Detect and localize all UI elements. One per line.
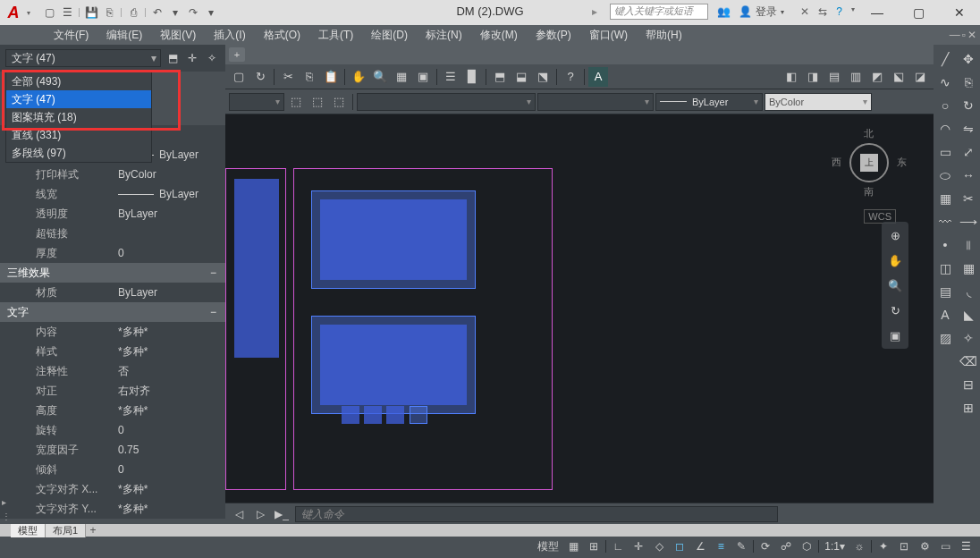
tool-icon[interactable]: ◨ bbox=[803, 67, 823, 87]
annovis-icon[interactable]: ☼ bbox=[850, 538, 868, 554]
offset-icon[interactable]: ⫴ bbox=[959, 236, 977, 254]
menu-parametric[interactable]: 参数(P) bbox=[527, 28, 580, 43]
menu-window[interactable]: 窗口(W) bbox=[580, 28, 637, 43]
cleanscreen-icon[interactable]: ▭ bbox=[936, 538, 954, 554]
copy-icon[interactable]: ⎘ bbox=[959, 73, 977, 91]
array-icon[interactable]: ▦ bbox=[959, 259, 977, 277]
menu-format[interactable]: 格式(O) bbox=[255, 28, 309, 43]
join-icon[interactable]: ⊞ bbox=[959, 399, 977, 417]
menu-help[interactable]: 帮助(H) bbox=[637, 28, 691, 43]
extend-icon[interactable]: ⟶ bbox=[959, 213, 977, 231]
new-icon[interactable]: ▢ bbox=[41, 4, 57, 21]
cmd-history-icon[interactable]: ▷ bbox=[252, 506, 268, 522]
tool-icon[interactable]: ▉ bbox=[462, 67, 482, 87]
ellipse-icon[interactable]: ⬭ bbox=[936, 166, 954, 184]
linetype-combo[interactable] bbox=[537, 93, 654, 111]
pick-add-icon[interactable]: ✛ bbox=[184, 50, 200, 66]
group-3d-effects[interactable]: 三维效果 bbox=[0, 263, 225, 283]
chamfer-icon[interactable]: ◣ bbox=[959, 306, 977, 324]
ortho-icon[interactable]: ∟ bbox=[609, 538, 627, 554]
dropdown-item-selected[interactable]: 文字 (47) bbox=[6, 90, 151, 108]
close-button[interactable]: ✕ bbox=[939, 0, 980, 25]
menu-draw[interactable]: 绘图(D) bbox=[362, 28, 417, 43]
tool-icon[interactable]: ⎘ bbox=[300, 67, 319, 87]
open-icon[interactable]: ☰ bbox=[59, 4, 75, 21]
workspace-icon[interactable]: ✦ bbox=[874, 538, 892, 554]
polar-icon[interactable]: ✛ bbox=[629, 538, 647, 554]
tab-model[interactable]: 模型 bbox=[11, 524, 46, 537]
menu-tools[interactable]: 工具(T) bbox=[309, 28, 362, 43]
drawing-canvas[interactable]: 上 北 南 西 东 WCS ⊕ ✋ 🔍 ↻ ▣ bbox=[225, 114, 934, 503]
tool-icon[interactable]: ⬒ bbox=[490, 67, 510, 87]
doc-close-icon[interactable]: ✕ bbox=[967, 29, 976, 41]
new-tab-button[interactable]: + bbox=[229, 47, 245, 62]
dropdown-item[interactable]: 图案填充 (18) bbox=[6, 108, 151, 126]
menu-view[interactable]: 视图(V) bbox=[151, 28, 205, 43]
nav-zoom-icon[interactable]: 🔍 bbox=[885, 275, 905, 295]
arc-icon[interactable]: ◠ bbox=[936, 120, 954, 138]
tool-icon[interactable]: ◩ bbox=[867, 67, 887, 87]
login-link[interactable]: 登录 bbox=[756, 4, 777, 20]
status-model[interactable]: 模型 bbox=[535, 538, 562, 554]
dropdown-item[interactable]: 直线 (331) bbox=[6, 126, 151, 144]
menu-file[interactable]: 文件(F) bbox=[45, 28, 97, 43]
line-icon[interactable]: ╱ bbox=[936, 50, 954, 68]
login-dropdown-icon[interactable]: ▾ bbox=[781, 8, 784, 16]
tool-icon[interactable]: ▢ bbox=[229, 67, 249, 87]
circle-icon[interactable]: ○ bbox=[936, 97, 954, 114]
spline-icon[interactable]: 〰 bbox=[936, 213, 954, 231]
properties-anchor-icon[interactable]: ⋮ bbox=[2, 512, 14, 524]
mirror-icon[interactable]: ⇋ bbox=[959, 120, 977, 138]
tool-icon[interactable]: ✂ bbox=[278, 67, 298, 87]
help-icon[interactable]: ? bbox=[836, 5, 842, 18]
cart-icon[interactable]: ⇆ bbox=[818, 5, 827, 18]
otrack-icon[interactable]: ∠ bbox=[691, 538, 709, 554]
group-text[interactable]: 文字 bbox=[0, 302, 225, 322]
isodraft-icon[interactable]: ◇ bbox=[650, 538, 668, 554]
tool-icon[interactable]: 📋 bbox=[321, 67, 341, 87]
hardware-icon[interactable]: ⚙ bbox=[916, 538, 934, 554]
text-icon[interactable]: A bbox=[936, 306, 954, 324]
exchange-icon[interactable]: ✕ bbox=[800, 5, 809, 18]
fillet-icon[interactable]: ◟ bbox=[959, 283, 977, 300]
dropdown-item[interactable]: 全部 (493) bbox=[6, 72, 151, 90]
nav-showmotion-icon[interactable]: ▣ bbox=[885, 326, 905, 345]
undo-icon[interactable]: ↶ bbox=[149, 4, 165, 21]
menu-insert[interactable]: 插入(I) bbox=[205, 28, 254, 43]
tool-icon[interactable]: ◪ bbox=[910, 67, 930, 87]
plotstyle-combo[interactable]: ByColor bbox=[765, 93, 872, 111]
tool-icon[interactable]: ▦ bbox=[392, 67, 411, 87]
tool-icon[interactable]: ⬔ bbox=[533, 67, 553, 87]
polyline-icon[interactable]: ∿ bbox=[936, 73, 954, 91]
nav-pan-icon[interactable]: ✋ bbox=[885, 250, 905, 270]
point-icon[interactable]: • bbox=[936, 236, 954, 254]
nav-orbit-icon[interactable]: ↻ bbox=[885, 300, 905, 320]
layer-tool-icon[interactable]: ⬚ bbox=[308, 92, 327, 112]
stretch-icon[interactable]: ↔ bbox=[959, 166, 977, 184]
text-style-icon[interactable]: A bbox=[588, 67, 608, 87]
dyn-input-icon[interactable]: ✎ bbox=[732, 538, 750, 554]
menu-dimension[interactable]: 标注(N) bbox=[417, 28, 471, 43]
layer-tool-icon[interactable]: ⬚ bbox=[329, 92, 349, 112]
lineweight-combo[interactable]: ByLayer bbox=[655, 93, 763, 111]
help-search-input[interactable]: 键入关键字或短语 bbox=[610, 4, 708, 20]
tool-icon[interactable]: ▥ bbox=[846, 67, 866, 87]
rectangle-icon[interactable]: ▭ bbox=[936, 143, 954, 161]
select-objects-icon[interactable]: ✧ bbox=[204, 50, 220, 66]
layer-combo[interactable] bbox=[229, 93, 284, 111]
trim-icon[interactable]: ✂ bbox=[959, 190, 977, 207]
block-icon[interactable]: ◫ bbox=[936, 259, 954, 277]
lineweight-icon[interactable]: ≡ bbox=[712, 538, 730, 554]
help-dropdown-icon[interactable]: ▾ bbox=[851, 5, 855, 18]
explode-icon[interactable]: ✧ bbox=[959, 329, 977, 347]
save-icon[interactable]: 💾 bbox=[83, 4, 99, 21]
osnap-icon[interactable]: ◻ bbox=[671, 538, 689, 554]
menu-modify[interactable]: 修改(M) bbox=[471, 28, 527, 43]
menu-edit[interactable]: 编辑(E) bbox=[97, 28, 151, 43]
maximize-button[interactable]: ▢ bbox=[898, 0, 939, 25]
snap-icon[interactable]: ⊞ bbox=[585, 538, 603, 554]
quick-select-icon[interactable]: ⬒ bbox=[165, 50, 181, 66]
dyn-ucs-icon[interactable]: ⬡ bbox=[798, 538, 815, 554]
table-icon[interactable]: ▤ bbox=[936, 283, 954, 300]
undo-more-icon[interactable]: ▾ bbox=[167, 4, 183, 21]
